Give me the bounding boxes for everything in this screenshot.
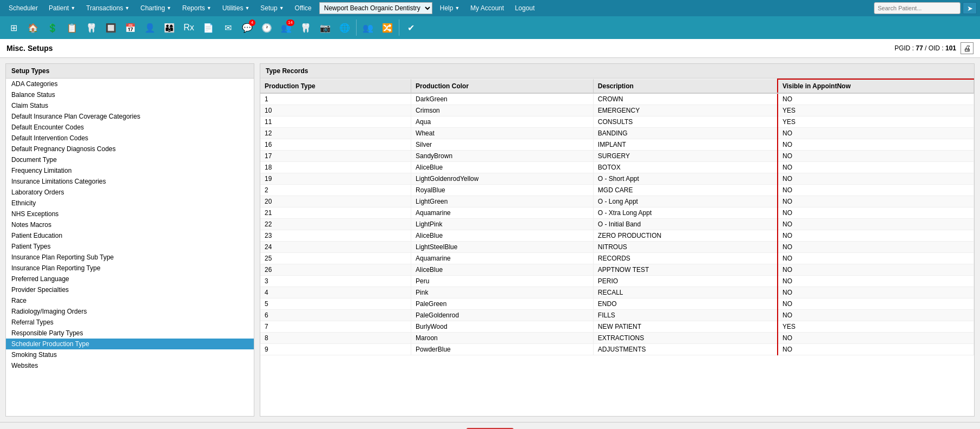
nav-myaccount[interactable]: My Account bbox=[465, 0, 509, 16]
setup-list-item[interactable]: ADA Categories bbox=[6, 79, 254, 89]
tb-dental-btn[interactable]: 🦷 bbox=[297, 18, 315, 37]
cell-visible-appointnow: NO bbox=[778, 93, 974, 105]
table-row[interactable]: 24LightSteelBlueNITROUSNO bbox=[260, 242, 974, 253]
setup-list-item[interactable]: Insurance Limitations Categories bbox=[6, 176, 254, 187]
table-row[interactable]: 22LightPinkO - Initial BandNO bbox=[260, 219, 974, 230]
tb-billing-btn[interactable]: 💲 bbox=[43, 18, 62, 37]
table-row[interactable]: 3PeruPERIONO bbox=[260, 276, 974, 287]
tb-patients-btn[interactable]: 👤 bbox=[141, 18, 159, 37]
table-row[interactable]: 21AquamarineO - Xtra Long ApptNO bbox=[260, 207, 974, 219]
setup-list-item[interactable]: NHS Exceptions bbox=[6, 209, 254, 219]
setup-list-item[interactable]: Default Intervention Codes bbox=[6, 133, 254, 144]
office-selector[interactable]: Newport Beach Organic Dentistry bbox=[319, 2, 432, 14]
tb-camera-btn[interactable]: 📷 bbox=[316, 18, 334, 37]
table-row[interactable]: 26AliceBlueAPPTNOW TESTNO bbox=[260, 264, 974, 276]
tb-dashboard-btn[interactable]: 🏠 bbox=[24, 18, 42, 37]
table-row[interactable]: 16SilverIMPLANTNO bbox=[260, 139, 974, 151]
table-row[interactable]: 8MaroonEXTRACTIONSNO bbox=[260, 333, 974, 344]
nav-scheduler[interactable]: Scheduler bbox=[3, 0, 43, 16]
table-row[interactable]: 11AquaCONSULTSYES bbox=[260, 116, 974, 128]
tb-globe-btn[interactable]: 🌐 bbox=[336, 18, 354, 37]
table-row[interactable]: 4PinkRECALLNO bbox=[260, 287, 974, 298]
setup-list-item[interactable]: Radiology/Imaging Orders bbox=[6, 306, 254, 317]
tb-tooth-btn[interactable]: 🦷 bbox=[82, 18, 101, 37]
setup-list-item[interactable]: Patient Types bbox=[6, 241, 254, 252]
table-row[interactable]: 19LightGoldenrodYellowO - Short ApptNO bbox=[260, 173, 974, 185]
table-row[interactable]: 2RoyalBlueMGD CARENO bbox=[260, 185, 974, 196]
nav-help[interactable]: Help ▼ bbox=[435, 0, 465, 16]
setup-types-header: Setup Types bbox=[6, 64, 254, 79]
setup-list-item[interactable]: Default Pregnancy Diagnosis Codes bbox=[6, 144, 254, 154]
nav-charting[interactable]: Charting ▼ bbox=[135, 0, 177, 16]
nav-patient[interactable]: Patient ▼ bbox=[43, 0, 81, 16]
cell-production-color: LightPink bbox=[411, 219, 594, 230]
setup-list-item[interactable]: Balance Status bbox=[6, 89, 254, 100]
table-row[interactable]: 9PowderBlueADJUSTMENTSNO bbox=[260, 344, 974, 355]
table-row[interactable]: 20LightGreenO - Long ApptNO bbox=[260, 196, 974, 207]
tb-calendar-btn[interactable]: 📅 bbox=[121, 18, 140, 37]
cell-visible-appointnow: NO bbox=[778, 173, 974, 185]
nav-office[interactable]: Office bbox=[290, 0, 317, 16]
cell-visible-appointnow: NO bbox=[778, 185, 974, 196]
table-row[interactable]: 6PaleGoldenrodFILLSNO bbox=[260, 310, 974, 321]
setup-list-item[interactable]: Ethnicity bbox=[6, 198, 254, 209]
setup-list-item[interactable]: Referral Types bbox=[6, 317, 254, 328]
table-row[interactable]: 18AliceBlueBOTOXNO bbox=[260, 162, 974, 173]
nav-setup[interactable]: Setup ▼ bbox=[255, 0, 289, 16]
setup-list-item[interactable]: Laboratory Orders bbox=[6, 187, 254, 198]
cell-production-color: Maroon bbox=[411, 333, 594, 344]
table-row[interactable]: 5PaleGreenENDONO bbox=[260, 298, 974, 310]
setup-list-item[interactable]: Default Encounter Codes bbox=[6, 122, 254, 133]
setup-list-item[interactable]: Claim Status bbox=[6, 100, 254, 111]
cell-production-color: PaleGreen bbox=[411, 298, 594, 310]
cell-description: RECORDS bbox=[593, 253, 778, 264]
records-table-container: Production Type Production Color Descrip… bbox=[260, 79, 974, 416]
cell-description: O - Long Appt bbox=[593, 196, 778, 207]
table-row[interactable]: 17SandyBrownSURGERYNO bbox=[260, 151, 974, 162]
print-button[interactable]: 🖨 bbox=[961, 42, 974, 54]
setup-list-item[interactable]: Notes Macros bbox=[6, 219, 254, 230]
setup-list-item[interactable]: Websites bbox=[6, 360, 254, 371]
setup-list-item[interactable]: Frequency Limitation bbox=[6, 165, 254, 176]
setup-list-item[interactable]: Patient Education bbox=[6, 230, 254, 241]
setup-list-item[interactable]: Insurance Plan Reporting Sub Type bbox=[6, 252, 254, 263]
cell-production-type: 3 bbox=[260, 276, 411, 287]
setup-list-item[interactable]: Preferred Language bbox=[6, 274, 254, 284]
nav-logout[interactable]: Logout bbox=[509, 0, 540, 16]
cell-production-type: 18 bbox=[260, 162, 411, 173]
tb-xray-btn[interactable]: 🔲 bbox=[102, 18, 120, 37]
search-button[interactable]: ➤ bbox=[963, 2, 977, 14]
tb-mail-btn[interactable]: ✉ bbox=[219, 18, 237, 37]
setup-list-item[interactable]: Document Type bbox=[6, 154, 254, 165]
tb-rx-btn[interactable]: Rx bbox=[180, 18, 198, 37]
setup-list-item[interactable]: Responsible Party Types bbox=[6, 328, 254, 339]
table-row[interactable]: 25AquamarineRECORDSNO bbox=[260, 253, 974, 264]
cell-description: ENDO bbox=[593, 298, 778, 310]
table-row[interactable]: 23AliceBlueZERO PRODUCTIONNO bbox=[260, 230, 974, 242]
tb-clock-btn[interactable]: 🕐 bbox=[258, 18, 276, 37]
cell-description: EMERGENCY bbox=[593, 105, 778, 116]
setup-list-item[interactable]: Default Insurance Plan Coverage Categori… bbox=[6, 111, 254, 122]
tb-merge-btn[interactable]: 🔀 bbox=[378, 18, 397, 37]
tb-ledger-btn[interactable]: 📋 bbox=[63, 18, 81, 37]
tb-family-btn[interactable]: 👨‍👩‍👦 bbox=[160, 18, 179, 37]
tb-forms-btn[interactable]: 📄 bbox=[199, 18, 218, 37]
toolbar: ⊞ 🏠 💲 📋 🦷 🔲 📅 👤 👨‍👩‍👦 Rx 📄 ✉ 💬 4 🕐 👥 14 … bbox=[0, 16, 980, 39]
nav-reports[interactable]: Reports ▼ bbox=[177, 0, 217, 16]
cell-description: BANDING bbox=[593, 128, 778, 139]
table-row[interactable]: 10CrimsonEMERGENCYYES bbox=[260, 105, 974, 116]
tb-group-btn[interactable]: 👥 bbox=[359, 18, 377, 37]
search-input[interactable] bbox=[874, 2, 961, 14]
tb-check-btn[interactable]: ✔ bbox=[402, 18, 420, 37]
table-row[interactable]: 1DarkGreenCROWNNO bbox=[260, 93, 974, 105]
setup-list-item[interactable]: Smoking Status bbox=[6, 349, 254, 360]
setup-list-item[interactable]: Provider Specialties bbox=[6, 284, 254, 295]
setup-list-item[interactable]: Insurance Plan Reporting Type bbox=[6, 263, 254, 274]
nav-utilities[interactable]: Utilities ▼ bbox=[217, 0, 255, 16]
table-row[interactable]: 7BurlyWoodNEW PATIENTYES bbox=[260, 321, 974, 333]
setup-list-item[interactable]: Race bbox=[6, 295, 254, 306]
nav-transactions[interactable]: Transactions ▼ bbox=[81, 0, 135, 16]
setup-list-item[interactable]: Scheduler Production Type bbox=[6, 339, 254, 349]
tb-home-btn[interactable]: ⊞ bbox=[4, 18, 23, 37]
table-row[interactable]: 12WheatBANDINGNO bbox=[260, 128, 974, 139]
